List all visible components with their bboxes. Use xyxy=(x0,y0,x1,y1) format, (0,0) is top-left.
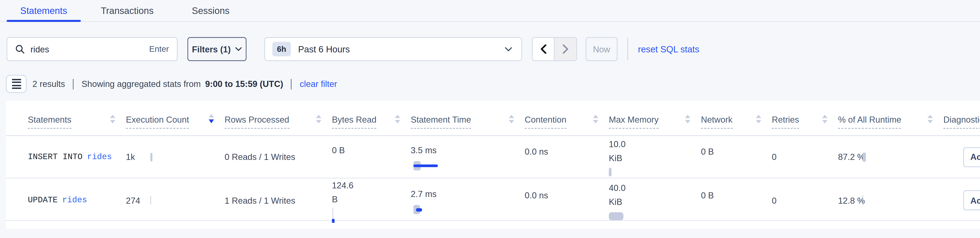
active-tab-underline xyxy=(7,20,81,22)
column-label: Max Memory xyxy=(609,115,659,129)
diagnostics-cell: Activate xyxy=(943,178,980,223)
statement-table-name: rides xyxy=(87,152,112,161)
pct-runtime-bar xyxy=(862,152,865,161)
time-range-label: Past 6 Hours xyxy=(298,44,505,54)
sort-icon[interactable] xyxy=(685,115,690,123)
statement-time-bar xyxy=(411,161,525,171)
bytes-read-value: 0 B xyxy=(332,143,345,157)
column-header-retries[interactable]: Retries xyxy=(772,115,838,129)
search-icon xyxy=(15,44,24,54)
column-header-max-memory[interactable]: Max Memory xyxy=(609,115,701,129)
bytes-read-value: 124.6 B xyxy=(332,178,361,207)
column-header-rows-processed[interactable]: Rows Processed xyxy=(224,115,332,129)
contention-cell: 0.0 ns xyxy=(525,178,609,223)
column-header-statement-time[interactable]: Statement Time xyxy=(411,115,525,129)
activate-diagnostics-button[interactable]: Activate xyxy=(963,191,980,211)
chevron-right-icon xyxy=(563,44,568,54)
statement-link[interactable]: UPDATErides xyxy=(28,178,126,223)
execution-count-value: 274 xyxy=(126,196,140,206)
mean-bar xyxy=(416,208,422,212)
column-header-execution-count[interactable]: Execution Count xyxy=(126,114,224,128)
network-cell: 0 B xyxy=(701,136,772,178)
tab-statements[interactable]: Statements xyxy=(7,0,81,21)
statement-time-value: 3.5 ms xyxy=(411,143,437,157)
column-label: Statement Time xyxy=(411,115,471,129)
column-label: Statements xyxy=(28,115,72,129)
sort-icon[interactable] xyxy=(509,115,514,123)
clear-filter-link[interactable]: clear filter xyxy=(300,79,337,89)
column-header-network[interactable]: Network xyxy=(701,115,772,129)
column-label: % of All Runtime xyxy=(838,115,901,129)
previous-interval-button[interactable] xyxy=(533,38,555,61)
hamburger-icon xyxy=(11,79,21,89)
divider xyxy=(291,79,292,89)
max-memory-cell: 10.0 KiB xyxy=(609,136,701,178)
activate-diagnostics-button[interactable]: Activate xyxy=(963,147,980,167)
execution-count-bar xyxy=(150,196,151,205)
max-memory-bar xyxy=(609,168,611,177)
column-label: Rows Processed xyxy=(224,115,289,129)
sort-icon[interactable] xyxy=(110,115,115,123)
rows-processed-value: 1 Reads / 1 Writes xyxy=(224,196,295,206)
results-count: 2 results xyxy=(33,79,65,89)
retries-value: 0 xyxy=(772,196,776,206)
statement-link[interactable]: INSERT INTOrides xyxy=(28,136,126,178)
column-selector-button[interactable] xyxy=(6,75,27,93)
statements-page: Statements Transactions Sessions Enter F… xyxy=(0,0,980,238)
statement-keyword: UPDATE xyxy=(28,196,57,205)
chevron-down-icon xyxy=(235,47,242,51)
column-header-diagnostics[interactable]: Diagnostics xyxy=(943,115,980,129)
search-input[interactable] xyxy=(30,44,149,54)
chevron-left-icon xyxy=(540,44,546,54)
reset-sql-stats-link[interactable]: reset SQL stats xyxy=(638,44,699,54)
chevron-down-icon xyxy=(505,47,512,51)
column-label: Bytes Read xyxy=(332,115,376,129)
sort-icon[interactable] xyxy=(822,115,827,123)
max-memory-value: 40.0 KiB xyxy=(609,181,638,209)
bytes-read-cell: 124.6 B xyxy=(332,178,410,223)
column-header-contention[interactable]: Contention xyxy=(525,115,609,129)
column-label: Contention xyxy=(525,115,566,129)
next-interval-button[interactable] xyxy=(555,38,576,61)
retries-value: 0 xyxy=(772,152,776,162)
diagnostics-cell: Activate xyxy=(943,136,980,178)
tab-transactions[interactable]: Transactions xyxy=(91,0,164,21)
contention-value: 0.0 ns xyxy=(525,188,548,202)
search-box[interactable]: Enter xyxy=(7,37,178,61)
rows-processed-value: 0 Reads / 1 Writes xyxy=(224,152,295,162)
sort-icon[interactable] xyxy=(395,115,400,123)
column-header-bytes-read[interactable]: Bytes Read xyxy=(332,115,410,129)
sort-icon[interactable] xyxy=(928,115,933,123)
sort-icon[interactable] xyxy=(209,114,214,123)
column-header-statements[interactable]: Statements xyxy=(28,115,126,129)
contention-value: 0.0 ns xyxy=(525,144,548,158)
rows-processed-cell: 1 Reads / 1 Writes xyxy=(224,178,332,223)
time-nav-arrows xyxy=(532,37,577,61)
statement-time-cell: 2.7 ms xyxy=(411,178,525,223)
statement-time-cell: 3.5 ms xyxy=(411,136,525,178)
sort-icon[interactable] xyxy=(316,115,321,123)
retries-cell: 0 xyxy=(772,178,838,223)
tab-bar: Statements Transactions Sessions xyxy=(0,0,980,22)
mean-bar xyxy=(332,219,334,223)
statement-table-name: rides xyxy=(62,196,87,205)
column-header-pct-runtime[interactable]: % of All Runtime xyxy=(838,115,943,129)
max-memory-value: 10.0 KiB xyxy=(609,137,638,165)
tab-sessions[interactable]: Sessions xyxy=(180,0,241,21)
column-label: Network xyxy=(701,115,732,129)
column-label: Diagnostics xyxy=(943,115,980,129)
sort-icon[interactable] xyxy=(593,115,598,123)
tab-label: Statements xyxy=(20,5,67,16)
execution-count-cell: 1k xyxy=(126,136,224,178)
enter-hint: Enter xyxy=(149,44,169,54)
filters-button[interactable]: Filters (1) xyxy=(188,37,247,61)
time-range-dropdown[interactable]: 6h Past 6 Hours xyxy=(264,37,522,61)
execution-count-bar xyxy=(150,152,152,161)
tab-label: Transactions xyxy=(101,5,153,16)
bytes-read-bar xyxy=(332,208,337,223)
table-row: INSERT INTOrides 1k 0 Reads / 1 Writes 0… xyxy=(6,136,980,178)
sort-icon[interactable] xyxy=(756,115,761,123)
bytes-read-cell: 0 B xyxy=(332,136,410,178)
now-button[interactable]: Now xyxy=(585,37,617,61)
execution-count-value: 1k xyxy=(126,152,135,162)
